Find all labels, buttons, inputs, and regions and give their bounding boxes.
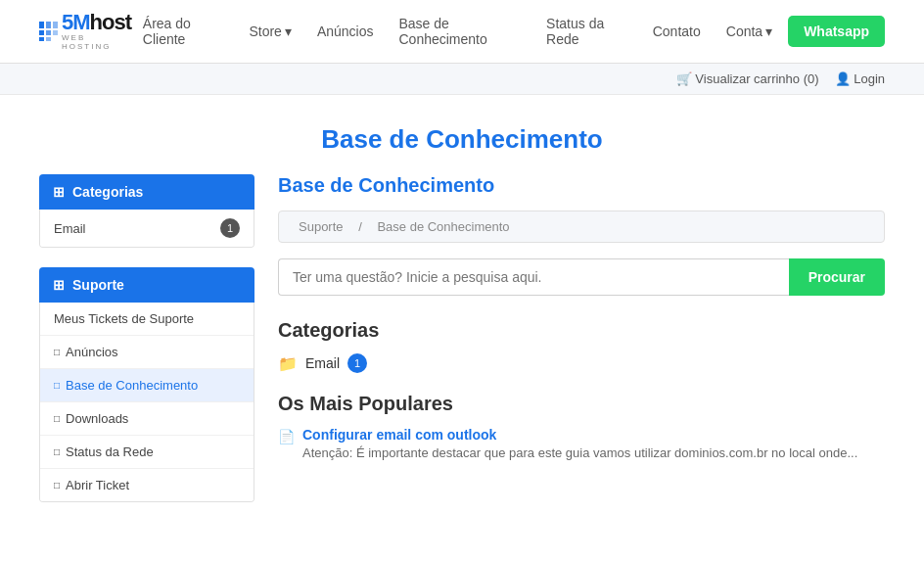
categories-heading: Categorias (278, 319, 885, 342)
search-area: Procurar (278, 258, 885, 296)
grid-icon: ⊞ (53, 184, 65, 200)
sidebar-support-header: ⊞ Suporte (39, 267, 254, 303)
square-icon-status: □ (54, 446, 60, 457)
header: 5Mhost WEB HOSTING Área do Cliente Store… (0, 0, 924, 64)
nav-base-conhecimento[interactable]: Base de Conhecimento (390, 10, 531, 53)
chevron-down-icon: ▾ (285, 23, 292, 39)
folder-icon: 📁 (278, 354, 298, 373)
cart-icon: 🛒 (676, 71, 692, 86)
popular-item-content: Configurar email com outlook Atenção: É … (302, 427, 857, 460)
sidebar-categories-header: ⊞ Categorias (39, 174, 254, 210)
sidebar: ⊞ Categorias Email 1 ⊞ Suporte Meus Tick… (39, 174, 254, 522)
breadcrumb-suporte[interactable]: Suporte (299, 219, 344, 234)
logo: 5Mhost WEB HOSTING (39, 12, 133, 51)
logo-text-area: 5Mhost WEB HOSTING (62, 12, 133, 51)
sidebar-item-anuncios[interactable]: □ Anúncios (40, 336, 254, 369)
sidebar-item-base-conhecimento[interactable]: □ Base de Conhecimento (40, 369, 254, 402)
page-title-area: Base de Conhecimento (0, 95, 924, 174)
support-icon: ⊞ (53, 277, 65, 293)
content-title: Base de Conhecimento (278, 174, 885, 197)
square-icon-anuncios: □ (54, 347, 60, 357)
sidebar-support-list: Meus Tickets de Suporte □ Anúncios □ Bas… (39, 303, 254, 502)
nav-area-cliente[interactable]: Área do Cliente (133, 10, 234, 53)
logo-bars-icon (39, 22, 58, 41)
nav-store[interactable]: Store ▾ (239, 18, 300, 45)
sidebar-category-email[interactable]: Email 1 (40, 210, 254, 247)
content-area: Base de Conhecimento Suporte / Base de C… (278, 174, 885, 522)
search-input[interactable] (278, 258, 789, 296)
page-title: Base de Conhecimento (20, 124, 904, 155)
sidebar-item-downloads[interactable]: □ Downloads (40, 402, 254, 436)
logo-brand-name: 5Mhost (62, 12, 133, 33)
sidebar-support-section: ⊞ Suporte Meus Tickets de Suporte □ Anún… (39, 267, 254, 502)
sidebar-categories-list: Email 1 (39, 210, 254, 248)
nav-anuncios[interactable]: Anúncios (307, 18, 384, 45)
popular-item-0: 📄 Configurar email com outlook Atenção: … (278, 427, 885, 460)
breadcrumb-separator: / (358, 219, 362, 234)
sidebar-categories-section: ⊞ Categorias Email 1 (39, 174, 254, 248)
doc-icon: 📄 (278, 429, 295, 444)
sidebar-item-status-rede[interactable]: □ Status da Rede (40, 436, 254, 469)
main-content: ⊞ Categorias Email 1 ⊞ Suporte Meus Tick… (0, 174, 924, 561)
logo-tagline: WEB HOSTING (62, 33, 133, 51)
popular-item-link[interactable]: Configurar email com outlook (302, 427, 496, 443)
category-email-label: Email (305, 355, 340, 371)
nav-status-rede[interactable]: Status da Rede (536, 10, 637, 53)
square-icon-ticket: □ (54, 480, 60, 491)
category-email-item[interactable]: 📁 Email 1 (278, 353, 885, 373)
square-icon-downloads: □ (54, 413, 60, 424)
popular-heading: Os Mais Populares (278, 393, 885, 415)
main-nav: Área do Cliente Store ▾ Anúncios Base de… (133, 10, 885, 53)
nav-conta[interactable]: Conta ▾ (716, 18, 782, 45)
nav-contato[interactable]: Contato (643, 18, 711, 45)
popular-item-desc: Atenção: É importante destacar que para … (302, 445, 857, 460)
whatsapp-button[interactable]: Whatsapp (788, 16, 885, 47)
topbar: 🛒 Visualizar carrinho (0) 👤 Login (0, 64, 924, 95)
cart-link[interactable]: 🛒 Visualizar carrinho (0) (676, 71, 819, 86)
sidebar-item-tickets[interactable]: Meus Tickets de Suporte (40, 303, 254, 336)
breadcrumb: Suporte / Base de Conhecimento (278, 210, 885, 243)
square-icon-base: □ (54, 380, 60, 391)
sidebar-item-abrir-ticket[interactable]: □ Abrir Ticket (40, 469, 254, 501)
chevron-down-icon-conta: ▾ (765, 23, 772, 39)
category-email-count: 1 (347, 353, 367, 373)
breadcrumb-current: Base de Conhecimento (377, 219, 509, 234)
login-link[interactable]: 👤 Login (835, 71, 885, 86)
user-icon: 👤 (835, 71, 851, 86)
email-badge: 1 (220, 218, 240, 238)
search-button[interactable]: Procurar (789, 258, 885, 296)
